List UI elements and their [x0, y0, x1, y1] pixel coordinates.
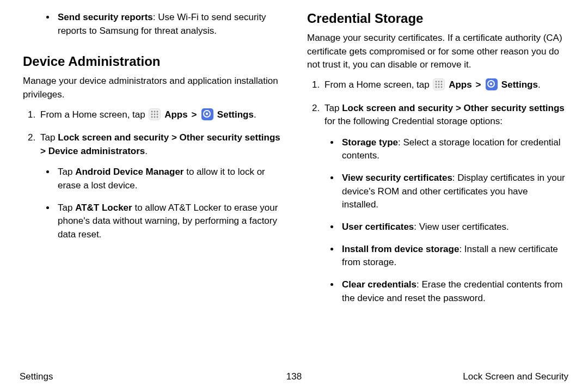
settings-label: Settings: [501, 79, 538, 90]
sub-android-device-manager: Tap Android Device Manager to allow it t…: [56, 166, 281, 192]
opt4-bold: Clear credentials: [342, 279, 416, 290]
settings-icon: [201, 108, 213, 120]
svg-point-5: [157, 113, 158, 115]
chevron-right-icon: >: [475, 79, 481, 90]
svg-point-8: [157, 116, 158, 118]
svg-point-10: [206, 112, 208, 114]
svg-point-21: [490, 83, 492, 85]
svg-point-7: [154, 116, 156, 118]
svg-point-3: [151, 113, 153, 115]
opt-install-from-storage: Install from device storage: Install a n…: [340, 243, 565, 270]
opt1-bold: View security certificates: [342, 173, 452, 183]
svg-point-17: [436, 87, 437, 88]
apps-icon: [433, 78, 445, 90]
svg-point-15: [438, 84, 440, 85]
svg-point-19: [441, 87, 443, 88]
opt3-bold: Install from device storage: [342, 244, 459, 254]
apps-icon: [149, 108, 161, 120]
svg-point-6: [151, 116, 153, 118]
svg-point-18: [438, 87, 440, 88]
opt-view-security-certs: View security certificates: Display cert…: [340, 171, 565, 212]
svg-point-16: [441, 84, 443, 85]
step2-pre: Tap: [40, 132, 58, 143]
device-admin-heading: Device Administration: [23, 54, 281, 69]
svg-point-13: [441, 81, 443, 83]
cs-step1-pre: From a Home screen, tap: [324, 79, 432, 90]
step-2: Tap Lock screen and security > Other sec…: [38, 131, 281, 241]
step2-bold: Lock screen and security > Other securit…: [40, 132, 280, 156]
security-reports-item: Send security reports: Use Wi-Fi to send…: [56, 11, 281, 38]
page-footer: Settings 138 Lock Screen and Security: [20, 371, 568, 382]
device-admin-steps: From a Home screen, tap Apps > Settings.…: [23, 108, 281, 242]
footer-page-number: 138: [286, 371, 302, 382]
opt2-bold: User certificates: [342, 222, 414, 232]
settings-label: Settings: [217, 109, 254, 120]
sub2-bold: AT&T Locker: [75, 203, 132, 213]
sub1-pre: Tap: [58, 167, 75, 177]
cs-step-2: Tap Lock screen and security > Other sec…: [322, 102, 565, 305]
cs-step-1: From a Home screen, tap Apps > Settings.: [322, 78, 565, 92]
sub-att-locker: Tap AT&T Locker to allow AT&T Locker to …: [56, 201, 281, 242]
svg-point-2: [157, 111, 158, 112]
cs-step2-pre: Tap: [324, 103, 342, 113]
apps-label: Apps: [164, 109, 188, 120]
credential-options-list: Storage type: Select a storage location …: [324, 136, 565, 305]
left-column: Send security reports: Use Wi-Fi to send…: [17, 11, 294, 381]
svg-point-12: [438, 81, 440, 83]
footer-right: Lock Screen and Security: [463, 371, 568, 382]
footer-left: Settings: [20, 371, 53, 382]
cs-step1-post: .: [538, 79, 541, 90]
opt2-rest: : View user certificates.: [414, 222, 509, 232]
opt-user-certs: User certificates: View user certificate…: [340, 220, 565, 234]
step1-post: .: [254, 109, 256, 120]
security-reports-bullet-list: Send security reports: Use Wi-Fi to send…: [23, 11, 281, 38]
device-admin-intro: Manage your device administrators and ap…: [23, 75, 281, 101]
svg-point-14: [436, 84, 437, 85]
step2-post: .: [145, 146, 148, 156]
svg-point-11: [436, 81, 437, 83]
opt-storage-type: Storage type: Select a storage location …: [340, 136, 565, 163]
sub2-pre: Tap: [58, 203, 75, 213]
step-1: From a Home screen, tap Apps > Settings.: [38, 108, 281, 122]
apps-label: Apps: [449, 79, 472, 90]
cs-step2-post: for the following Credential storage opt…: [324, 116, 503, 126]
settings-icon: [486, 78, 498, 90]
right-column: Credential Storage Manage your security …: [294, 11, 571, 381]
credential-storage-heading: Credential Storage: [307, 11, 565, 26]
sub1-bold: Android Device Manager: [75, 167, 183, 177]
security-reports-bold: Send security reports: [58, 12, 153, 22]
device-admin-sublist: Tap Android Device Manager to allow it t…: [40, 166, 281, 241]
chevron-right-icon: >: [191, 109, 197, 120]
credential-storage-intro: Manage your security certificates. If a …: [307, 32, 565, 72]
svg-point-0: [151, 111, 153, 112]
step1-pre: From a Home screen, tap: [40, 109, 148, 120]
manual-page: Send security reports: Use Wi-Fi to send…: [0, 0, 588, 392]
opt0-bold: Storage type: [342, 137, 398, 148]
svg-point-4: [154, 113, 156, 115]
opt-clear-credentials: Clear credentials: Erase the credential …: [340, 278, 565, 305]
cs-step2-bold: Lock screen and security > Other securit…: [342, 103, 565, 113]
svg-point-1: [154, 111, 156, 112]
credential-storage-steps: From a Home screen, tap Apps > Settings.…: [307, 78, 565, 305]
